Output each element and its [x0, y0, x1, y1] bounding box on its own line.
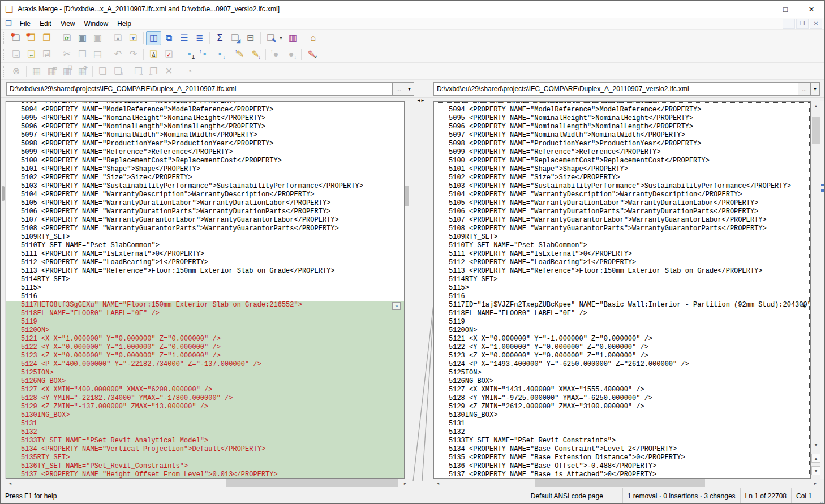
code-line[interactable]: 5095 <PROPERTY NAME="NominalHeight">Nomi…: [6, 114, 404, 123]
next-edit-icon[interactable]: ✎↓: [248, 48, 263, 62]
scroll-left-button[interactable]: ◄: [6, 479, 15, 488]
replace-left-icon[interactable]: ❏←: [24, 48, 39, 62]
remove-bookmarks-icon[interactable]: ✎×: [304, 48, 319, 62]
code-line[interactable]: 5107 <PROPERTY NAME="WarrantyGuarantorLa…: [434, 216, 810, 225]
code-line[interactable]: 5116: [434, 292, 810, 301]
code-line[interactable]: 5128 <Y YMIN="-9725.000000" YMAX="-6250.…: [434, 394, 810, 403]
code-line[interactable]: 5132: [434, 428, 810, 437]
menu-window[interactable]: Window: [79, 19, 113, 29]
code-line[interactable]: 5097 <PROPERTY NAME="NominalWidth">Nomin…: [434, 131, 810, 140]
special-characters-icon[interactable]: ❏å: [146, 48, 161, 62]
code-line[interactable]: 5114RTY_SET>: [434, 275, 810, 284]
code-line[interactable]: 5094 <PROPERTY NAME="ModelReference">Mod…: [434, 106, 810, 114]
code-line[interactable]: 5102 <PROPERTY NAME="Size">Size</PROPERT…: [434, 174, 810, 182]
code-line[interactable]: 5106 <PROPERTY NAME="WarrantyDurationPar…: [434, 208, 810, 216]
menu-help[interactable]: Help: [113, 19, 136, 29]
code-line[interactable]: 5127 <X XMIN="1431.400000" XMAX="1555.40…: [434, 386, 810, 394]
code-line[interactable]: 5131: [6, 420, 404, 428]
code-line[interactable]: 5137 <PROPERTY NAME="Height Offset From …: [6, 471, 404, 479]
code-line[interactable]: 5121 <X X="1.000000" Y="0.000000" Z="0.0…: [6, 335, 404, 343]
code-line[interactable]: 5126NG_BOX>: [434, 377, 810, 386]
print-icon[interactable]: ⊟: [243, 31, 258, 45]
code-line[interactable]: 5098 <PROPERTY NAME="ProductionYear">Pro…: [6, 140, 404, 148]
code-line[interactable]: 5093 <PROPERTY NAME="ModelLabel">ModelLa…: [434, 101, 810, 106]
code-line[interactable]: 5107 <PROPERTY NAME="WarrantyGuarantorLa…: [6, 216, 404, 225]
code-line[interactable]: 5119: [434, 318, 810, 326]
code-line[interactable]: 5122 <Y X="1.000000" Y="0.000000" Z="0.0…: [434, 343, 810, 352]
code-line[interactable]: 5117ID="1aj$VJZFn2TxepZUBcKpee" NAME="Ba…: [434, 301, 810, 309]
menu-file[interactable]: File: [15, 19, 35, 29]
code-line[interactable]: 5097 <PROPERTY NAME="NominalWidth">Nomin…: [6, 131, 404, 140]
resize-grip[interactable]: ⣠: [817, 488, 824, 503]
code-line[interactable]: 5096 <PROPERTY NAME="NominalLength">Nomi…: [6, 123, 404, 131]
options-dropdown[interactable]: ▼: [278, 36, 285, 40]
scroll-right-button[interactable]: ►: [401, 479, 410, 488]
code-line[interactable]: 5123 <Z X="0.000000" Y="0.000000" Z="1.0…: [434, 352, 810, 360]
left-overview-strip[interactable]: [1, 101, 6, 479]
code-line[interactable]: 5105 <PROPERTY NAME="WarrantyDurationLab…: [434, 199, 810, 208]
save-icon[interactable]: ▣: [75, 31, 90, 45]
code-line[interactable]: 5120ON>: [6, 326, 404, 335]
code-line[interactable]: 5132: [6, 428, 404, 437]
left-horizontal-scrollbar[interactable]: ◄ ►: [6, 479, 410, 488]
left-code-pane[interactable]: 5093 <PROPERTY NAME="ModelLabel">ModelLa…: [6, 101, 405, 479]
scrollbar-thumb[interactable]: [812, 117, 820, 144]
code-line[interactable]: 5101 <PROPERTY NAME="Shape">Shape</PROPE…: [434, 165, 810, 174]
code-line[interactable]: 5133TY_SET NAME="PSet_Revit_Analytical M…: [6, 437, 404, 445]
left-vertical-scrollbar[interactable]: [405, 101, 410, 479]
right-browse-button[interactable]: ...: [798, 82, 811, 96]
maximize-button[interactable]: □: [772, 1, 798, 18]
code-line[interactable]: 5114RTY_SET>: [6, 275, 404, 284]
code-line[interactable]: 5104 <PROPERTY NAME="WarrantyDescription…: [434, 191, 810, 199]
code-line[interactable]: 5116: [6, 292, 404, 301]
right-file-path-input[interactable]: [433, 82, 798, 96]
code-line[interactable]: 5135 <PROPERTY NAME="Base Extension Dist…: [434, 454, 810, 462]
toolbar-grip[interactable]: [3, 66, 5, 77]
code-line[interactable]: 5135RTY_SET>: [6, 454, 404, 462]
three-way-comparison-icon[interactable]: ⧉: [161, 31, 177, 45]
code-line[interactable]: 5110TY_SET NAME="Pset_SlabCommon">: [434, 242, 810, 250]
code-line[interactable]: 5102 <PROPERTY NAME="Size">Size</PROPERT…: [6, 174, 404, 182]
report-icon[interactable]: ❏◢: [227, 31, 243, 45]
code-line[interactable]: 5134 <PROPERTY NAME="Base Constraint">Le…: [434, 445, 810, 454]
code-line[interactable]: 5115>: [6, 284, 404, 292]
code-line[interactable]: 5124 <P X="400.000000" Y="-22182.734000"…: [6, 360, 404, 369]
code-line[interactable]: 5128 <Y YMIN="-22182.734000" YMAX="-1780…: [6, 394, 404, 403]
code-line[interactable]: 5118EL_NAME="FLOOR0" LABEL="0F" />: [434, 309, 810, 318]
code-line[interactable]: 5109RTY_SET>: [6, 233, 404, 242]
left-path-dropdown-button[interactable]: ▼: [405, 82, 414, 96]
code-line[interactable]: 5101 <PROPERTY NAME="Shape">Shape</PROPE…: [6, 165, 404, 174]
text-view-icon[interactable]: ☰: [177, 31, 192, 45]
code-line[interactable]: 5103 <PROPERTY NAME="SustainabilityPerfo…: [434, 182, 810, 191]
merged-view-icon[interactable]: ≣: [192, 31, 207, 45]
minimize-button[interactable]: —: [746, 1, 772, 18]
left-line-overflow-marker[interactable]: »: [392, 302, 401, 310]
code-line[interactable]: 5124 <P X="1493.400000" Y="-6250.000000"…: [434, 360, 810, 369]
menu-edit[interactable]: Edit: [35, 19, 56, 29]
right-horizontal-scrollbar[interactable]: ◄ ►: [433, 479, 820, 488]
code-line[interactable]: 5100 <PROPERTY NAME="ReplacementCost">Re…: [6, 157, 404, 165]
code-line[interactable]: 5109RTY_SET>: [434, 233, 810, 242]
next-changed-file-icon[interactable]: ❏▼: [126, 31, 141, 45]
change-block-size-icon[interactable]: ▪±: [182, 48, 197, 62]
code-line[interactable]: 5100 <PROPERTY NAME="ReplacementCost">Re…: [434, 157, 810, 165]
previous-change-icon[interactable]: ▪↑: [197, 48, 212, 62]
previous-difference-button[interactable]: ▲: [811, 454, 820, 463]
code-line[interactable]: 5105 <PROPERTY NAME="WarrantyDurationLab…: [6, 199, 404, 208]
check-spelling-icon[interactable]: ❏✓: [161, 48, 177, 62]
code-line[interactable]: 5130ING_BOX>: [6, 411, 404, 420]
code-line[interactable]: 5099 <PROPERTY NAME="Reference">Referenc…: [6, 148, 404, 157]
right-vertical-scrollbar[interactable]: ▲ ▼ ▲ ▼: [811, 101, 820, 479]
code-line[interactable]: 5133TY_SET NAME="PSet_Revit_Constraints"…: [434, 437, 810, 445]
code-line[interactable]: 5136 <PROPERTY NAME="Base Offset">-0.488…: [434, 462, 810, 471]
code-line[interactable]: 5117HETO8tf3SgGEXu" NAME="Floor:150mm Ex…: [6, 301, 404, 309]
scroll-left-button[interactable]: ◄: [433, 479, 442, 488]
home-icon[interactable]: ⌂: [306, 31, 321, 45]
scrollbar-thumb[interactable]: [405, 186, 409, 206]
code-line[interactable]: 5129 <Z ZMIN="2612.000000" ZMAX="3100.00…: [434, 403, 810, 411]
code-line[interactable]: 5118EL_NAME="FLOOR0" LABEL="0F" />: [6, 309, 404, 318]
scroll-right-button[interactable]: ►: [811, 479, 820, 488]
options-icon[interactable]: ❏✎: [263, 31, 278, 45]
code-line[interactable]: 5131: [434, 420, 810, 428]
code-line[interactable]: 5136TY_SET NAME="PSet_Revit_Constraints"…: [6, 462, 404, 471]
